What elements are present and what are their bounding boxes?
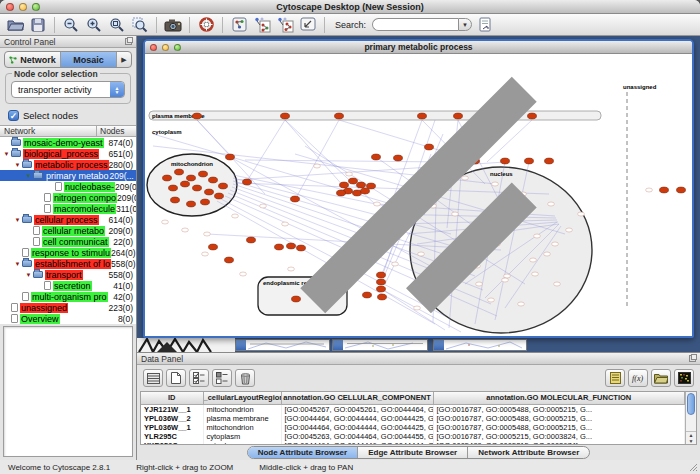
delete-attribute-icon[interactable] — [235, 369, 255, 387]
table-cell: plasma membrane — [203, 414, 281, 423]
tab-edge-attribute-browser[interactable]: Edge Attribute Browser — [358, 447, 468, 458]
annotation-icon[interactable] — [298, 16, 318, 34]
network-canvas[interactable]: plasma membrane cytoplasm mitochondrion … — [145, 54, 692, 336]
tab-network[interactable]: Network — [5, 52, 61, 67]
control-panel-title: Control Panel — [4, 37, 56, 47]
matrix-icon[interactable] — [674, 369, 694, 387]
notes-icon[interactable] — [605, 369, 625, 387]
table-cell: mitochondrion — [203, 423, 281, 432]
new-attribute-icon[interactable] — [166, 369, 186, 387]
tab-network-attribute-browser[interactable]: Network Attribute Browser — [468, 447, 589, 458]
search-input[interactable] — [372, 18, 458, 31]
tree-row[interactable]: unassigned223(0) — [0, 302, 136, 313]
expand-arrow-icon[interactable]: ▼ — [24, 173, 33, 179]
tree-row[interactable]: ▼establishment of lo558(0) — [0, 258, 136, 269]
tree-row-count: 22(0) — [113, 237, 136, 247]
tree-header-nodes[interactable]: Nodes — [96, 126, 136, 136]
tree-row[interactable]: macromolecule311(0) — [0, 203, 136, 214]
node-color-dropdown[interactable]: transporter activity ▲▼ — [11, 81, 125, 98]
search-options-icon[interactable] — [475, 16, 495, 34]
expand-arrow-icon[interactable]: ▼ — [13, 217, 22, 223]
doc-icon — [44, 193, 51, 202]
vizmapper-icon[interactable] — [229, 16, 249, 34]
zoom-out-icon[interactable] — [61, 16, 81, 34]
tree-row[interactable]: nitrogen compo209(0) — [0, 192, 136, 203]
network-view-window[interactable]: primary metabolic process plasma membran… — [143, 39, 694, 338]
import-folder-icon[interactable] — [651, 369, 671, 387]
formula-icon[interactable]: f(x) — [628, 369, 648, 387]
select-nodes-checkbox[interactable]: ✓ — [8, 110, 19, 121]
birds-eye-view[interactable] — [3, 326, 133, 457]
table-row[interactable]: YKR052Ccytoplasm[GO:0044464, GO:0044446,… — [141, 441, 685, 445]
table-row[interactable]: YPL036W__1mitochondrion[GO:0044464, GO:0… — [141, 423, 685, 432]
tree-row-label: nucleobase- — [64, 182, 115, 192]
doc-icon — [33, 226, 40, 235]
network-view-title: primary metabolic process — [145, 42, 692, 52]
table-row[interactable]: YJR121W__1mitochondrion[GO:0045267, GO:0… — [141, 404, 685, 414]
attribute-select-icon[interactable] — [143, 369, 163, 387]
tree-row[interactable]: nucleobase-209(0) — [0, 181, 136, 192]
save-icon[interactable] — [28, 16, 48, 34]
tree-row[interactable]: ▼metabolic process280(0) — [0, 159, 136, 170]
background-mini-window[interactable] — [332, 339, 428, 351]
background-mini-window[interactable] — [433, 339, 527, 351]
tree-row[interactable]: ▼transport558(0) — [0, 269, 136, 280]
table-row[interactable]: YLR295Ccytoplasm[GO:0045263, GO:0044464,… — [141, 432, 685, 441]
folder-icon — [22, 161, 32, 168]
table-column-header[interactable]: _cellularLayoutRegion — [203, 392, 281, 404]
tabs-overflow-arrow-icon[interactable]: ▶ — [117, 52, 131, 67]
zoom-selected-icon[interactable] — [130, 16, 150, 34]
table-column-header[interactable]: annotation.GO MOLECULAR_FUNCTION — [433, 392, 685, 404]
tree-row-count: 209(0) — [117, 193, 136, 203]
tree-row[interactable]: cellular metabo209(0) — [0, 225, 136, 236]
tree-row[interactable]: multi-organism pro42(0) — [0, 291, 136, 302]
window-resize-grip-icon[interactable] — [689, 463, 698, 472]
tree-row[interactable]: ▼biological_process651(0) — [0, 148, 136, 159]
search-dropdown-icon[interactable]: ▼ — [458, 18, 472, 31]
tree-row-count: 209(0) — [108, 226, 136, 236]
attribute-boxes-icon[interactable] — [212, 369, 232, 387]
expand-arrow-icon[interactable]: ▼ — [24, 272, 33, 278]
tree-row[interactable]: ▼cellular process614(0) — [0, 214, 136, 225]
float-panel-icon[interactable] — [689, 355, 696, 362]
tree-row[interactable]: response to stimulu264(0) — [0, 247, 136, 258]
tree-row[interactable]: cell communicat22(0) — [0, 236, 136, 247]
scrollbar-buttons[interactable]: ▲▼ — [686, 431, 696, 444]
network-desktop: primary metabolic process plasma membran… — [137, 36, 700, 352]
folder-icon — [11, 139, 21, 146]
attribute-checklist-icon[interactable] — [189, 369, 209, 387]
zoom-fit-icon[interactable] — [107, 16, 127, 34]
expand-arrow-icon[interactable]: ▼ — [2, 151, 11, 157]
table-cell: [GO:0044464, GO:0044446, GO:0044444, G..… — [281, 441, 433, 445]
tab-node-attribute-browser[interactable]: Node Attribute Browser — [248, 447, 359, 458]
snapshot-icon[interactable] — [163, 16, 183, 34]
tree-row-label: primary metabo — [45, 171, 110, 181]
open-icon[interactable] — [5, 16, 25, 34]
resize-grip-icon[interactable] — [145, 54, 692, 336]
tree-row[interactable]: mosaic-demo-yeast874(0) — [0, 137, 136, 148]
background-mini-window[interactable] — [235, 339, 330, 351]
table-column-header[interactable]: ID — [141, 392, 203, 404]
table-column-header[interactable]: annotation.GO CELLULAR_COMPONENT — [281, 392, 433, 404]
zoom-in-icon[interactable] — [84, 16, 104, 34]
tab-network-label: Network — [20, 55, 56, 65]
table-scrollbar[interactable]: ▲▼ — [685, 392, 696, 444]
tree-row[interactable]: Overview8(0) — [0, 313, 136, 324]
layout-icon-1[interactable] — [252, 16, 272, 34]
tree-header-network[interactable]: Network — [0, 126, 96, 136]
scrollbar-thumb[interactable] — [687, 393, 695, 415]
float-panel-icon[interactable] — [125, 38, 132, 45]
tab-mosaic[interactable]: Mosaic — [61, 52, 117, 67]
network-window-titlebar[interactable]: primary metabolic process — [145, 41, 692, 54]
tree-row-count: 42(0) — [113, 292, 136, 302]
main-titlebar[interactable]: Cytoscape Desktop (New Session) — [0, 0, 700, 14]
help-icon[interactable] — [196, 16, 216, 34]
tree-row[interactable]: secretion41(0) — [0, 280, 136, 291]
tree-row[interactable]: ▼primary metabo209(... — [0, 170, 136, 181]
table-cell: YPL036W__1 — [141, 423, 203, 432]
expand-arrow-icon[interactable]: ▼ — [13, 261, 22, 267]
table-row[interactable]: YPL036W__2plasma membrane[GO:0044464, GO… — [141, 414, 685, 423]
layout-icon-2[interactable] — [275, 16, 295, 34]
expand-arrow-icon[interactable]: ▼ — [13, 162, 22, 168]
tree-row-label: metabolic process — [34, 160, 109, 170]
